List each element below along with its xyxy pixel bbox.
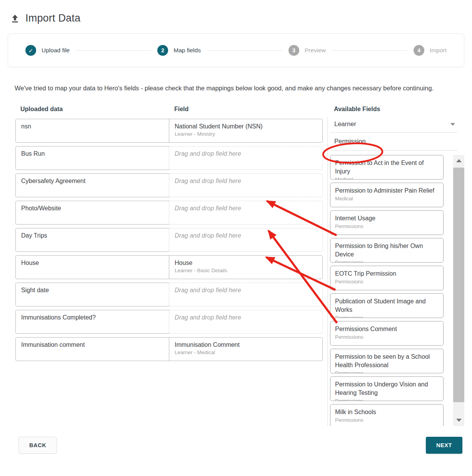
step-preview[interactable]: 3 Preview xyxy=(289,45,326,56)
step-2-circle: 2 xyxy=(157,45,168,56)
uploaded-data-cell: Immunisations Completed? xyxy=(15,310,169,334)
uploaded-data-cell: Day Trips xyxy=(15,228,169,252)
mapping-row-cybersafety: Cybersafety Agreement Drag and drop fiel… xyxy=(15,173,323,197)
uploaded-data-cell: House xyxy=(15,255,169,279)
step-import[interactable]: 4 Import xyxy=(414,45,447,56)
field-card-category: Permissions xyxy=(335,370,439,373)
field-category: Learner - Medical xyxy=(175,350,317,355)
field-list: Permission to Act in the Event of Injury… xyxy=(330,155,444,426)
field-card-school-health-professional[interactable]: Permission to be seen by a School Health… xyxy=(330,349,444,373)
intro-text: We've tried to map your data to Hero's f… xyxy=(15,84,455,93)
field-list-container: Permission to Act in the Event of Injury… xyxy=(330,155,464,426)
step-4-label: Import xyxy=(430,47,447,54)
field-search-input[interactable]: Permission xyxy=(330,133,457,151)
scrollbar-track[interactable] xyxy=(453,155,464,426)
mapping-row-nsn: nsn National Student Number (NSN) Learne… xyxy=(15,119,323,143)
step-map-fields[interactable]: 2 Map fields xyxy=(157,45,201,56)
mapping-row-house: House House Learner - Basic Details xyxy=(15,255,323,279)
uploaded-data-cell: Sight date xyxy=(15,283,169,306)
drop-zone[interactable]: Drag and drop field here xyxy=(169,146,323,170)
scroll-down-icon[interactable] xyxy=(453,414,464,426)
field-card-act-in-event-of-injury[interactable]: Permission to Act in the Event of Injury… xyxy=(330,155,444,180)
mapping-row-photo-website: Photo/Website Drag and drop field here xyxy=(15,201,323,225)
step-4-circle: 4 xyxy=(414,45,424,56)
field-card-title: Permission to Undergo Vision and Hearing… xyxy=(335,380,439,397)
mapped-field-cell[interactable]: Immunisation Comment Learner - Medical xyxy=(169,337,323,361)
field-card-title: Permissions Comment xyxy=(335,325,439,333)
uploaded-data-cell: nsn xyxy=(15,119,169,143)
field-card-title: Permission to be seen by a School Health… xyxy=(335,353,439,369)
uploaded-data-header: Uploaded data xyxy=(15,106,169,113)
main-content: Uploaded data Field nsn National Student… xyxy=(0,106,472,426)
check-icon: ✓ xyxy=(28,48,33,53)
page-title: Import Data xyxy=(25,12,80,24)
drop-zone[interactable]: Drag and drop field here xyxy=(169,283,323,306)
mapped-field-cell[interactable]: National Student Number (NSN) Learner - … xyxy=(169,119,323,143)
field-card-title: Publication of Student Image and Works xyxy=(335,297,439,314)
field-card-category: Medical xyxy=(335,196,439,202)
back-button[interactable]: BACK xyxy=(18,437,57,454)
field-card-category: Medical xyxy=(335,176,439,180)
mapping-row-immunisation-comment: Immunisation comment Immunisation Commen… xyxy=(15,337,323,361)
field-name: National Student Number (NSN) xyxy=(175,123,317,130)
available-fields-panel: Available Fields Learner Permission Perm… xyxy=(327,106,464,426)
step-1-label: Upload file xyxy=(42,47,70,54)
scrollbar-thumb[interactable] xyxy=(453,168,464,402)
field-card-administer-pain-relief[interactable]: Permission to Administer Pain Relief Med… xyxy=(330,183,444,207)
upload-icon xyxy=(10,13,20,23)
mapping-row-immunisations-completed: Immunisations Completed? Drag and drop f… xyxy=(15,310,323,334)
field-card-category: Permissions xyxy=(335,315,439,318)
field-card-title: Permission to Act in the Event of Injury xyxy=(335,159,439,176)
field-card-category: Permissions xyxy=(335,279,439,285)
field-card-bring-own-device[interactable]: Permission to Bring his/her Own Device P… xyxy=(330,238,444,263)
step-2-label: Map fields xyxy=(173,47,201,54)
field-card-eotc-trip-permission[interactable]: EOTC Trip Permission Permissions xyxy=(330,266,444,290)
field-card-category: Permissions xyxy=(335,417,439,423)
mapping-table: Uploaded data Field nsn National Student… xyxy=(15,106,323,426)
field-card-permissions-comment[interactable]: Permissions Comment Permissions xyxy=(330,321,444,346)
field-category: Learner - Basic Details xyxy=(175,268,317,273)
uploaded-data-cell: Bus Run xyxy=(15,146,169,170)
available-fields-header: Available Fields xyxy=(327,106,464,113)
available-fields-body: Learner Permission Permission to Act in … xyxy=(327,117,464,426)
column-headers: Uploaded data Field xyxy=(15,106,323,113)
step-1-circle: ✓ xyxy=(25,45,36,56)
field-name: Immunisation Comment xyxy=(175,341,317,348)
field-card-milk-in-schools[interactable]: Milk in Schools Permissions xyxy=(330,404,444,426)
field-card-category: Permissions xyxy=(335,334,439,340)
field-card-publication-student-image[interactable]: Publication of Student Image and Works P… xyxy=(330,293,444,318)
field-card-title: Internet Usage xyxy=(335,214,439,223)
step-connector xyxy=(207,50,282,51)
step-upload-file[interactable]: ✓ Upload file xyxy=(25,45,70,56)
field-card-title: Permission to Administer Pain Relief xyxy=(335,186,439,195)
field-card-title: EOTC Trip Permission xyxy=(335,270,439,278)
mapped-field-cell[interactable]: House Learner - Basic Details xyxy=(169,255,323,279)
next-button[interactable]: NEXT xyxy=(426,437,462,454)
category-select[interactable]: Learner xyxy=(330,117,457,133)
action-bar: BACK NEXT xyxy=(18,437,462,454)
step-3-label: Preview xyxy=(305,47,326,54)
field-card-vision-hearing-testing[interactable]: Permission to Undergo Vision and Hearing… xyxy=(330,376,444,401)
page-header: Import Data xyxy=(0,0,472,24)
step-connector xyxy=(332,50,407,51)
drop-zone[interactable]: Drag and drop field here xyxy=(169,228,323,252)
category-select-value: Learner xyxy=(334,120,356,127)
field-category: Learner - Ministry xyxy=(175,131,317,137)
field-header: Field xyxy=(169,106,188,113)
drop-zone[interactable]: Drag and drop field here xyxy=(169,310,323,334)
field-card-category: Permissions xyxy=(335,260,439,263)
wizard-stepper: ✓ Upload file 2 Map fields 3 Preview 4 I… xyxy=(8,33,464,67)
uploaded-data-cell: Immunisation comment xyxy=(15,337,169,361)
mapping-row-sight-date: Sight date Drag and drop field here xyxy=(15,283,323,306)
uploaded-data-cell: Cybersafety Agreement xyxy=(15,173,169,197)
field-card-category: Permissions xyxy=(335,398,439,401)
field-card-category: Permissions xyxy=(335,223,439,230)
drop-zone[interactable]: Drag and drop field here xyxy=(169,173,323,197)
field-name: House xyxy=(175,260,317,266)
mapping-row-day-trips: Day Trips Drag and drop field here xyxy=(15,228,323,252)
drop-zone[interactable]: Drag and drop field here xyxy=(169,201,323,225)
field-card-title: Permission to Bring his/her Own Device xyxy=(335,242,439,259)
scroll-up-icon[interactable] xyxy=(453,155,464,166)
step-connector xyxy=(76,50,151,51)
field-card-internet-usage[interactable]: Internet Usage Permissions xyxy=(330,210,444,235)
